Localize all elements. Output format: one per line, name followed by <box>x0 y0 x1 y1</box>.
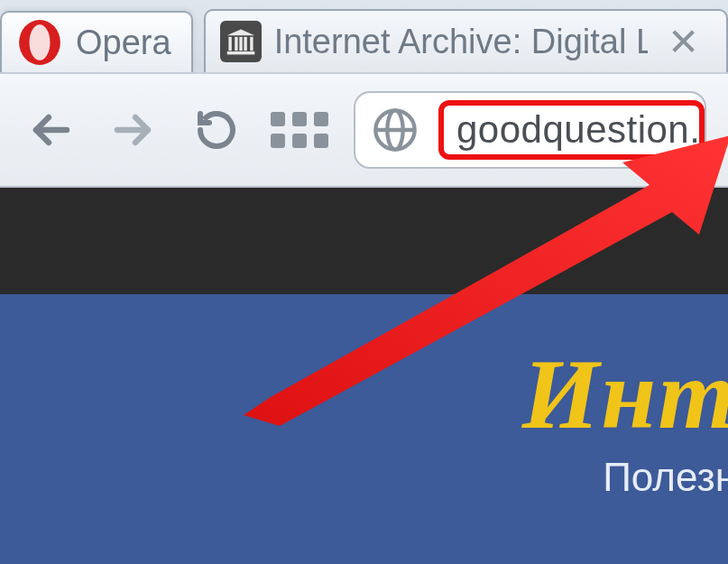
header-blue-band: Инт Полезн <box>0 294 728 564</box>
svg-rect-5 <box>235 37 237 51</box>
site-subtitle: Полезн <box>603 455 728 500</box>
globe-icon <box>368 103 422 157</box>
close-tab-icon[interactable]: ✕ <box>660 20 706 64</box>
header-dark-band <box>0 188 728 294</box>
opera-logo-icon <box>16 19 63 66</box>
tab-opera[interactable]: Opera <box>0 11 193 72</box>
back-button[interactable] <box>22 101 79 159</box>
forward-button[interactable] <box>105 101 162 159</box>
archive-building-icon <box>220 21 262 62</box>
site-title: Инт <box>522 337 728 452</box>
svg-rect-6 <box>239 37 242 51</box>
tab-internet-archive[interactable]: Internet Archive: Digital Lib ✕ <box>204 9 728 72</box>
svg-marker-3 <box>226 29 254 35</box>
svg-rect-8 <box>250 37 253 51</box>
address-bar[interactable]: goodquestion. <box>354 91 706 169</box>
toolbar: goodquestion. <box>0 72 728 188</box>
tab-strip: Opera Internet Archive: Digital Lib ✕ <box>0 0 728 72</box>
reload-button[interactable] <box>188 101 245 159</box>
speed-dial-button[interactable] <box>271 101 328 159</box>
tab-opera-label: Opera <box>76 23 171 62</box>
svg-rect-4 <box>228 37 231 51</box>
svg-rect-9 <box>226 51 254 54</box>
tab-archive-title: Internet Archive: Digital Lib <box>274 23 648 61</box>
svg-rect-7 <box>244 37 246 51</box>
speed-dial-icon <box>271 112 328 148</box>
url-text: goodquestion. <box>456 108 700 152</box>
page-content: Инт Полезн <box>0 188 728 564</box>
svg-point-2 <box>30 24 51 60</box>
url-input-highlight[interactable]: goodquestion. <box>438 100 705 160</box>
